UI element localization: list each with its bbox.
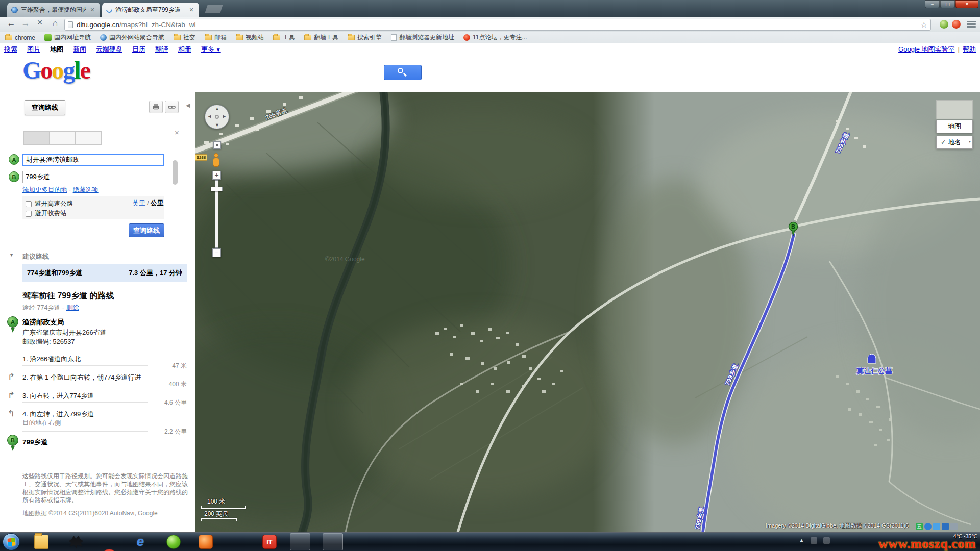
gbar-link[interactable]: 云端硬盘 — [96, 45, 122, 53]
hide-options-link[interactable]: 隐藏选项 — [73, 186, 99, 193]
destination-input[interactable] — [22, 171, 164, 183]
gbar-link[interactable]: 搜索 — [4, 45, 17, 53]
overlay-icon-green[interactable]: 五 — [916, 523, 923, 530]
link-button[interactable] — [165, 101, 179, 113]
tray-expand-icon[interactable]: ▲ — [799, 537, 804, 544]
pan-down-icon[interactable]: ▼ — [215, 122, 219, 128]
travel-mode-drive-tab[interactable] — [23, 131, 50, 145]
pan-left-icon[interactable]: ◄ — [207, 114, 212, 119]
gbar-link[interactable]: 翻译 — [155, 45, 168, 53]
taskbar-ie-icon[interactable]: e — [133, 535, 148, 549]
overlay-icon-blue-circle[interactable] — [924, 523, 932, 530]
browser-tab-2-active[interactable]: 渔涝邮政支局至799乡道 ✕ — [102, 3, 199, 17]
stop-icon[interactable]: ✕ — [34, 18, 46, 27]
extension-icon-green[interactable] — [940, 20, 948, 29]
checkbox-icon[interactable] — [26, 211, 32, 217]
maps-labs-link[interactable]: Google 地图实验室 — [898, 45, 955, 53]
overlay-icon-darkblue[interactable] — [942, 523, 949, 530]
pan-control[interactable]: ▲ ▼ ◄ ► — [205, 105, 229, 129]
start-button[interactable] — [3, 533, 20, 550]
gbar-link[interactable]: 更多 ▼ — [201, 45, 221, 53]
panel-scrollbar[interactable] — [173, 160, 178, 185]
bookmark-item[interactable]: 工具 — [273, 33, 295, 42]
tray-icon[interactable] — [823, 537, 830, 544]
taskbar-open-window-1[interactable] — [290, 533, 310, 550]
forward-icon[interactable]: → — [19, 18, 32, 29]
zoom-in-button[interactable]: + — [212, 171, 221, 180]
help-link[interactable]: 帮助 — [963, 45, 976, 53]
system-tray[interactable]: ▲ — [799, 537, 830, 544]
route-step[interactable]: 4. 向左转，进入799乡道 — [22, 410, 176, 419]
print-button[interactable] — [149, 101, 163, 113]
dropdown-icon[interactable]: ▾ — [969, 136, 971, 148]
bookmark-star-icon[interactable]: ☆ — [921, 20, 927, 30]
avoid-tolls-option[interactable]: 避开收费站 — [26, 209, 67, 218]
travel-mode-transit-tab[interactable] — [50, 131, 76, 145]
map-canvas[interactable]: 266省道 799乡道 799乡道 799乡道 ©2014 Google 莫让仁… — [195, 92, 980, 532]
home-icon[interactable]: ⌂ — [49, 18, 61, 29]
overlay-icon-lightblue[interactable] — [933, 523, 940, 530]
search-button[interactable] — [384, 65, 422, 80]
bookmark-item[interactable]: 社交 — [174, 33, 195, 42]
close-form-icon[interactable]: × — [175, 128, 179, 137]
pan-up-icon[interactable]: ▲ — [215, 106, 219, 111]
bookmark-label: 社交 — [183, 33, 195, 42]
zoom-slider-handle[interactable] — [211, 187, 223, 191]
taskbar-explorer-icon[interactable] — [34, 535, 48, 549]
collapse-triangle-icon[interactable]: ▾ — [10, 252, 13, 258]
travel-mode-walk-tab[interactable] — [76, 131, 102, 145]
bookmark-item[interactable]: 国内网址导航 — [44, 33, 91, 42]
gbar-link[interactable]: 日历 — [132, 45, 145, 53]
add-destination-link[interactable]: 添加更多目的地 — [22, 186, 67, 193]
search-input[interactable] — [104, 65, 375, 80]
bookmark-item[interactable]: 邮箱 — [205, 33, 227, 42]
avoid-highways-option[interactable]: 避开高速公路 — [26, 199, 73, 208]
close-button[interactable]: ✕ — [955, 0, 978, 8]
bookmark-item[interactable]: 翻墙工具 — [304, 33, 338, 42]
taskbar-it-app-icon[interactable]: IT — [262, 535, 277, 549]
suggested-routes-header[interactable]: 建议路线 — [22, 252, 49, 261]
pan-center-icon[interactable] — [215, 115, 219, 119]
get-directions-button[interactable]: 查询路线 — [129, 223, 164, 237]
address-bar[interactable]: ditu.google.cn /maps?hl=zh-CN&tab=wl ☆ — [64, 19, 931, 31]
back-icon[interactable]: ← — [5, 18, 17, 29]
origin-input[interactable] — [22, 154, 164, 166]
tray-icon[interactable] — [811, 537, 817, 544]
gbar-link[interactable]: 相册 — [178, 45, 191, 53]
get-directions-tab[interactable]: 查询路线 — [24, 100, 65, 115]
bookmark-item[interactable]: 国内外网站聚合导航 — [100, 33, 164, 42]
browser-tab-1[interactable]: 三维聚合，最便捷的国内... ✕ — [7, 3, 100, 17]
maptype-satellite-faded[interactable] — [936, 100, 973, 119]
pan-right-icon[interactable]: ► — [222, 114, 227, 119]
chrome-menu-icon[interactable] — [967, 21, 976, 28]
map-reset-button[interactable] — [213, 141, 221, 149]
tab-close-icon[interactable]: ✕ — [188, 6, 195, 13]
new-tab-button[interactable] — [205, 5, 223, 13]
labels-toggle-button[interactable]: ✓地名 ▾ — [936, 136, 973, 149]
miles-link[interactable]: 英里 — [133, 199, 145, 207]
extension-icon-red[interactable] — [952, 20, 961, 29]
pegman-streetview[interactable] — [211, 153, 222, 168]
bookmark-item[interactable]: 搜索引擎 — [348, 33, 382, 42]
overlay-icon-grey[interactable] — [950, 523, 958, 530]
checkbox-icon[interactable] — [26, 201, 32, 207]
maptype-map-button[interactable]: 地图 — [936, 120, 973, 133]
collapse-panel-icon[interactable]: ◀ — [186, 102, 190, 109]
bookmark-item[interactable]: 翻墙浏览器更新地址 — [391, 33, 454, 42]
bookmark-item[interactable]: chrome — [5, 34, 35, 41]
taskbar-open-window-2[interactable] — [323, 533, 343, 550]
tab-close-icon[interactable]: ✕ — [89, 6, 96, 13]
gbar-link[interactable]: 图片 — [27, 45, 40, 53]
taskbar-orange-app-icon[interactable] — [199, 535, 213, 549]
delete-via-link[interactable]: 删除 — [66, 304, 79, 311]
maximize-button[interactable]: ▢ — [940, 0, 955, 8]
minimize-button[interactable]: – — [925, 0, 940, 8]
gbar-link[interactable]: 地图 — [50, 45, 63, 53]
zoom-out-button[interactable]: − — [212, 248, 221, 257]
gbar-link[interactable]: 新闻 — [73, 45, 86, 53]
route-option-selected[interactable]: 774乡道和799乡道 7.3 公里，17 分钟 — [22, 264, 187, 282]
taskbar-green-browser-icon[interactable] — [166, 535, 181, 549]
bookmark-item[interactable]: 视频站 — [236, 33, 264, 42]
scale-control: 100 米 200 英尺 — [201, 497, 246, 521]
bookmark-item[interactable]: 11点论坛，更专注... — [463, 33, 527, 42]
